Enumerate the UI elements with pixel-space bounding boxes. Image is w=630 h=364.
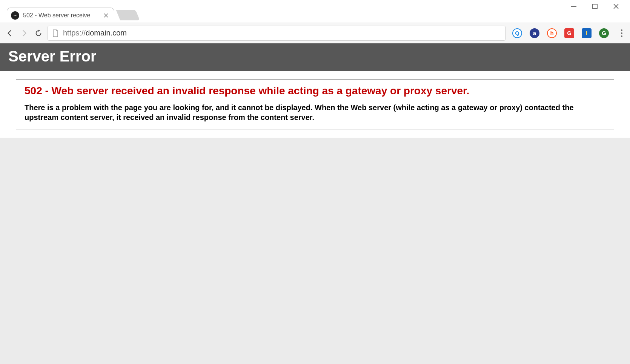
error-card-wrapper: 502 - Web server received an invalid res…: [0, 71, 630, 138]
banner-title: Server Error: [8, 48, 96, 65]
new-tab-button[interactable]: [116, 10, 140, 20]
nav-forward-button[interactable]: [19, 28, 29, 38]
extension-icon-5[interactable]: G: [599, 28, 609, 38]
window-maximize-button[interactable]: [592, 3, 598, 10]
window-close-button[interactable]: [613, 3, 619, 10]
page-viewport: Server Error 502 - Web server received a…: [0, 43, 630, 364]
address-bar[interactable]: https://domain.com: [48, 26, 506, 41]
error-body: There is a problem with the page you are…: [25, 103, 605, 122]
window-controls: [570, 0, 630, 13]
error-heading: 502 - Web server received an invalid res…: [25, 84, 605, 97]
server-error-banner: Server Error: [0, 43, 630, 71]
extension-icon-4[interactable]: I: [582, 28, 592, 38]
svg-rect-1: [593, 4, 597, 9]
url-text: https://domain.com: [63, 29, 127, 37]
extension-icons: QahGIG: [509, 28, 612, 38]
extension-icon-1[interactable]: a: [530, 28, 539, 38]
tab-title: 502 - Web server receive: [23, 12, 100, 19]
tab-close-button[interactable]: [103, 12, 109, 19]
url-scheme: https://: [63, 29, 86, 37]
extension-icon-3[interactable]: G: [564, 28, 574, 38]
extension-icon-2[interactable]: h: [547, 28, 557, 38]
svg-point-6: [15, 15, 16, 15]
error-card: 502 - Web server received an invalid res…: [16, 79, 614, 129]
svg-point-5: [14, 15, 15, 15]
page-info-icon[interactable]: [52, 29, 59, 37]
tab-strip: 502 - Web server receive: [0, 0, 630, 23]
browser-menu-button[interactable]: [618, 29, 625, 37]
url-domain: domain.com: [86, 29, 127, 37]
nav-back-button[interactable]: [5, 28, 15, 38]
tab-favicon-icon: [11, 11, 19, 20]
extension-icon-0[interactable]: Q: [512, 28, 522, 38]
nav-reload-button[interactable]: [33, 28, 44, 38]
browser-tab[interactable]: 502 - Web server receive: [7, 8, 114, 23]
browser-toolbar: https://domain.com QahGIG: [0, 23, 630, 43]
window-minimize-button[interactable]: [570, 3, 577, 10]
